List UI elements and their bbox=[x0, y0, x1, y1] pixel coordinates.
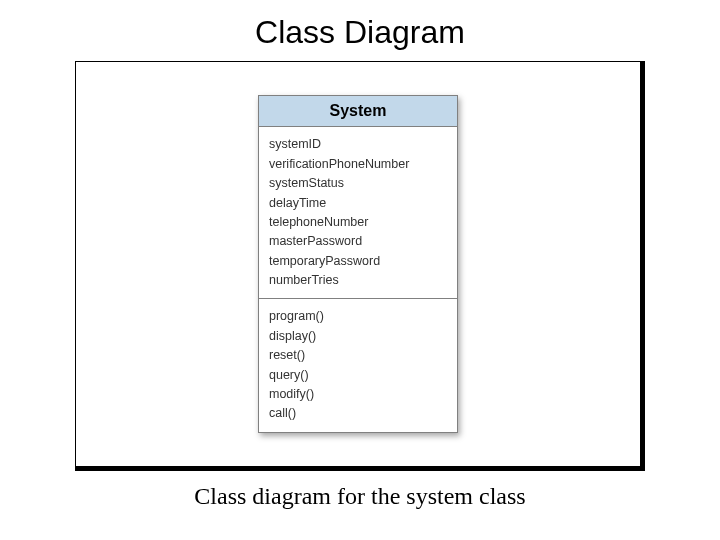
uml-operation: call() bbox=[269, 404, 447, 423]
uml-class-name: System bbox=[259, 96, 457, 127]
uml-attribute: telephoneNumber bbox=[269, 213, 447, 232]
uml-class-box: System systemID verificationPhoneNumber … bbox=[258, 95, 458, 432]
uml-operation: reset() bbox=[269, 346, 447, 365]
diagram-frame: System systemID verificationPhoneNumber … bbox=[75, 61, 641, 467]
page-title: Class Diagram bbox=[0, 0, 720, 51]
uml-attribute: temporaryPassword bbox=[269, 252, 447, 271]
uml-operation: query() bbox=[269, 366, 447, 385]
uml-operation: modify() bbox=[269, 385, 447, 404]
uml-attributes-compartment: systemID verificationPhoneNumber systemS… bbox=[259, 127, 457, 299]
uml-attribute: delayTime bbox=[269, 194, 447, 213]
uml-operation: program() bbox=[269, 307, 447, 326]
uml-attribute: verificationPhoneNumber bbox=[269, 155, 447, 174]
diagram-frame-shadow: System systemID verificationPhoneNumber … bbox=[75, 61, 645, 471]
figure-caption: Class diagram for the system class bbox=[0, 483, 720, 510]
uml-attribute: numberTries bbox=[269, 271, 447, 290]
uml-attribute: masterPassword bbox=[269, 232, 447, 251]
uml-operation: display() bbox=[269, 327, 447, 346]
uml-operations-compartment: program() display() reset() query() modi… bbox=[259, 299, 457, 431]
uml-attribute: systemStatus bbox=[269, 174, 447, 193]
uml-attribute: systemID bbox=[269, 135, 447, 154]
